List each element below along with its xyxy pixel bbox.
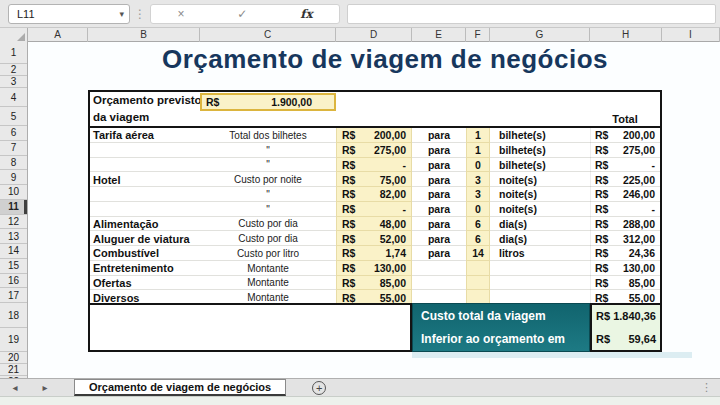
next-sheet-icon[interactable]: ▸ xyxy=(30,382,60,393)
formula-input[interactable] xyxy=(347,4,716,24)
cell-quantity[interactable] xyxy=(466,276,490,291)
cell-description[interactable]: Montante xyxy=(200,277,336,288)
cell-quantity[interactable]: 1 xyxy=(466,128,490,143)
row-header-5[interactable]: 5 xyxy=(0,107,27,126)
cell-quantity[interactable]: 6 xyxy=(466,217,490,232)
cell-quantity[interactable]: 0 xyxy=(466,158,490,173)
cell-description[interactable]: Montante xyxy=(200,263,336,274)
cell-quantity[interactable]: 0 xyxy=(466,202,490,217)
sheet-title-cell[interactable]: Orçamento de viagem de negócios xyxy=(98,44,672,75)
column-header-b[interactable]: B xyxy=(88,28,200,42)
cell-amount[interactable]: R$ 200,00 xyxy=(336,128,412,143)
cell-para[interactable]: para xyxy=(412,247,466,259)
summary-value-cell[interactable]: R$ 59,64 xyxy=(592,328,660,351)
add-sheet-icon[interactable]: + xyxy=(312,381,326,395)
row-header-6[interactable]: 6 xyxy=(0,126,27,141)
cell-description[interactable]: " xyxy=(200,145,336,156)
cell-para[interactable]: para xyxy=(412,129,466,141)
cell-category[interactable]: Entretenimento xyxy=(90,262,200,274)
budget-amount-cell[interactable]: R$ 1.900,00 xyxy=(200,93,336,111)
row-header-18[interactable]: 18 xyxy=(0,303,27,328)
cell-description[interactable]: Custo por litro xyxy=(200,248,336,259)
cell-category[interactable]: Tarifa aérea xyxy=(90,129,200,141)
more-options-icon[interactable]: ⋮ xyxy=(701,381,712,394)
cell-unit[interactable]: dia(s) xyxy=(490,218,590,230)
cell-total[interactable]: R$ 24,36 xyxy=(590,246,660,261)
cell-amount[interactable]: R$ 85,00 xyxy=(336,276,412,291)
cell-para[interactable]: para xyxy=(412,203,466,215)
cell-category[interactable]: Alimentação xyxy=(90,218,200,230)
cell-quantity[interactable]: 14 xyxy=(466,246,490,261)
cell-description[interactable]: " xyxy=(200,189,336,200)
cell-amount[interactable]: R$ 75,00 xyxy=(336,172,412,187)
column-header-e[interactable]: E xyxy=(412,28,466,42)
row-header-8[interactable]: 8 xyxy=(0,156,27,171)
cell-para[interactable]: para xyxy=(412,233,466,245)
chevron-down-icon[interactable]: ▾ xyxy=(119,5,124,23)
insert-function-icon[interactable]: fx xyxy=(300,7,312,21)
row-header-16[interactable]: 16 xyxy=(0,274,27,289)
select-all-corner[interactable] xyxy=(0,28,28,42)
cell-total[interactable]: R$ 85,00 xyxy=(590,276,660,291)
column-header-g[interactable]: G xyxy=(490,28,590,42)
cell-total[interactable]: R$ 312,00 xyxy=(590,231,660,246)
enter-check-icon[interactable]: ✓ xyxy=(237,7,247,21)
cell-total[interactable]: R$ 200,00 xyxy=(590,128,660,143)
cell-description[interactable]: " xyxy=(200,159,336,170)
row-header-7[interactable]: 7 xyxy=(0,141,27,156)
row-header-17[interactable]: 17 xyxy=(0,288,27,303)
cell-quantity[interactable]: 3 xyxy=(466,172,490,187)
cell-unit[interactable]: noite(s) xyxy=(490,203,590,215)
cell-category[interactable]: Hotel xyxy=(90,174,200,186)
column-header-f[interactable]: F xyxy=(466,28,490,42)
cell-amount[interactable]: R$ 82,00 xyxy=(336,187,412,202)
cell-unit[interactable]: litros xyxy=(490,247,590,259)
row-header-1[interactable]: 1 xyxy=(0,42,27,64)
cell-total[interactable]: R$ - xyxy=(590,158,660,173)
cell-amount[interactable]: R$ 48,00 xyxy=(336,217,412,232)
row-header-12[interactable]: 12 xyxy=(0,215,27,230)
cell-amount[interactable]: R$ 1,74 xyxy=(336,246,412,261)
cell-category[interactable]: Diversos xyxy=(90,292,200,304)
total-column-header[interactable]: Total xyxy=(590,113,660,126)
cell-unit[interactable]: bilhete(s) xyxy=(490,144,590,156)
cancel-icon[interactable]: × xyxy=(177,7,184,21)
cell-para[interactable]: para xyxy=(412,144,466,156)
cell-para[interactable]: para xyxy=(412,174,466,186)
cell-total[interactable]: R$ 130,00 xyxy=(590,261,660,276)
cell-unit[interactable]: bilhete(s) xyxy=(490,129,590,141)
cell-amount[interactable]: R$ 275,00 xyxy=(336,143,412,158)
cell-unit[interactable]: noite(s) xyxy=(490,188,590,200)
cell-total[interactable]: R$ 225,00 xyxy=(590,172,660,187)
row-header-11[interactable]: 11 xyxy=(0,200,27,215)
cell-total[interactable]: R$ 288,00 xyxy=(590,217,660,232)
row-header-13[interactable]: 13 xyxy=(0,229,27,244)
cell-amount[interactable]: R$ 130,00 xyxy=(336,261,412,276)
cell-unit[interactable]: bilhete(s) xyxy=(490,159,590,171)
cell-description[interactable]: Total dos bilhetes xyxy=(200,130,336,141)
summary-empty-cells[interactable] xyxy=(88,303,412,352)
cell-unit[interactable]: dia(s) xyxy=(490,233,590,245)
row-header-21[interactable]: 21 xyxy=(0,364,27,376)
cell-quantity[interactable]: 1 xyxy=(466,143,490,158)
cell-unit[interactable]: noite(s) xyxy=(490,174,590,186)
row-header-15[interactable]: 15 xyxy=(0,259,27,274)
cell-quantity[interactable]: 3 xyxy=(466,187,490,202)
cell-description[interactable]: Montante xyxy=(200,292,336,303)
row-header-4[interactable]: 4 xyxy=(0,88,27,107)
cell-description[interactable]: Custo por noite xyxy=(200,174,336,185)
cell-para[interactable]: para xyxy=(412,188,466,200)
cell-description[interactable]: Custo por dia xyxy=(200,218,336,229)
row-header-9[interactable]: 9 xyxy=(0,170,27,185)
prev-sheet-icon[interactable]: ◂ xyxy=(0,382,30,393)
cell-quantity[interactable] xyxy=(466,261,490,276)
cell-amount[interactable]: R$ 52,00 xyxy=(336,231,412,246)
cell-para[interactable]: para xyxy=(412,159,466,171)
cell-quantity[interactable]: 6 xyxy=(466,231,490,246)
row-header-14[interactable]: 14 xyxy=(0,244,27,259)
cell-para[interactable]: para xyxy=(412,218,466,230)
column-header-h[interactable]: H xyxy=(590,28,662,42)
column-header-a[interactable]: A xyxy=(28,28,88,42)
name-box[interactable]: L11 ▾ xyxy=(8,4,130,24)
column-header-i[interactable]: I xyxy=(662,28,720,42)
